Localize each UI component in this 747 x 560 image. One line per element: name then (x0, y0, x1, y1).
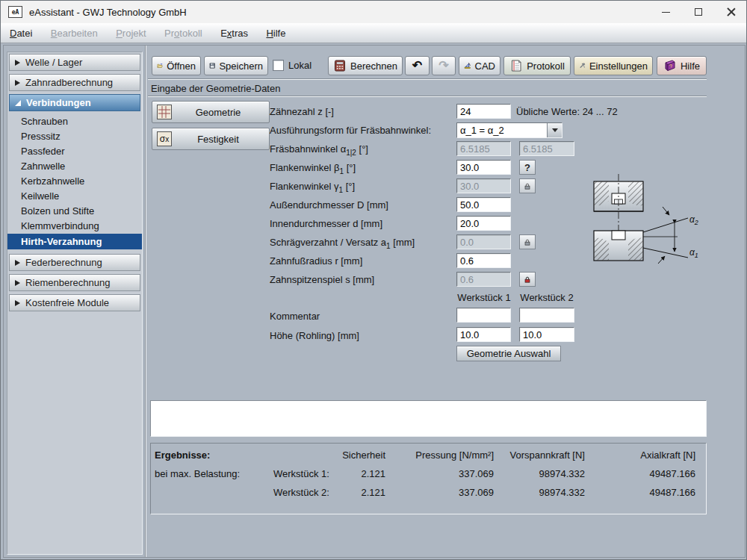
menubar: Datei Bearbeiten Projekt Protokoll Extra… (1, 23, 747, 43)
undo-button[interactable]: ↶ (405, 56, 430, 75)
label-ausfuehrungsform: Ausführungsform für Fräsbahnwinkel: (270, 125, 431, 136)
sidebar-item-keilwelle[interactable]: Keilwelle (9, 189, 140, 204)
titlebar: eA eAssistant - GWJ Technology GmbH (1, 1, 747, 23)
save-button[interactable]: Speichern (204, 56, 268, 75)
sidebar-section-label: Zahnradberechnung (25, 77, 113, 88)
zahnfussradius-input[interactable] (456, 253, 511, 268)
ausfuehrungsform-dropdown[interactable]: α_1 = α_2 (456, 122, 562, 138)
results-row-label: bei max. Belastung: (155, 468, 240, 479)
sidebar-section-zahnradberechnung[interactable]: Zahnradberechnung (9, 74, 140, 91)
settings-button-label: Einstellungen (589, 60, 648, 72)
maximize-button[interactable] (682, 1, 715, 23)
sidebar-item-passfeder[interactable]: Passfeder (9, 144, 140, 159)
sidebar: Welle / Lager Zahnradberechnung Verbindu… (7, 52, 143, 555)
flankenwinkel-help-button[interactable]: ? (519, 160, 536, 175)
dropdown-button[interactable] (547, 123, 562, 137)
innendurchmesser-input[interactable] (456, 216, 511, 231)
floppy-disk-icon (209, 59, 215, 72)
maximize-icon (695, 8, 702, 16)
sidebar-item-kerbzahnwelle[interactable]: Kerbzahnwelle (9, 174, 140, 189)
results-col-axialkraft: Axialkraft [N] (583, 449, 695, 461)
label-flankenwinkel-gamma: Flankenwinkel γ1 [°] (270, 181, 355, 194)
column-header-werkstueck1: Werkstück 1 (456, 292, 512, 303)
kommentar1-input[interactable] (456, 308, 511, 323)
geometrie-auswahl-button[interactable]: Geometrie Auswahl (456, 346, 561, 361)
help-book-icon: ? (663, 59, 677, 72)
section-title: Eingabe der Geometrie-Daten (151, 83, 280, 94)
sidebar-item-zahnwelle[interactable]: Zahnwelle (9, 159, 140, 174)
message-box (150, 400, 707, 437)
local-checkbox[interactable] (273, 60, 284, 71)
zaehnezahl-hint: Übliche Werte: 24 ... 72 (516, 106, 618, 117)
chevron-right-icon (15, 300, 20, 306)
app-logo-icon: eA (8, 6, 22, 18)
aussendurchmesser-input[interactable] (456, 197, 511, 212)
label-fraesbahnwinkel: Fräsbahnwinkel α1|2 [°] (270, 143, 368, 157)
minimize-icon (662, 12, 670, 13)
sidebar-item-bolzen-und-stifte[interactable]: Bolzen und Stifte (9, 204, 140, 219)
zahnspitzenspiel-lock-button[interactable] (519, 272, 536, 287)
sidebar-section-label: Welle / Lager (25, 57, 82, 68)
sidebar-section-riemenberechnung[interactable]: Riemenberechnung (9, 274, 140, 291)
sidebar-section-label: Riemenberechnung (25, 277, 110, 288)
flankenwinkel-gamma-lock-button[interactable] (519, 178, 536, 193)
protocol-button-label: Protokoll (527, 60, 565, 72)
protocol-button[interactable]: Protokoll (503, 56, 571, 75)
alpha1-label: α1 (689, 247, 698, 259)
settings-button[interactable]: Einstellungen (574, 56, 653, 75)
sidebar-item-klemmverbindung[interactable]: Klemmverbindung (9, 219, 140, 234)
sidebar-section-kostenfreie-module[interactable]: Kostenfreie Module (9, 294, 140, 311)
minimize-button[interactable] (649, 1, 682, 23)
festigkeit-view-button[interactable]: σx Festigkeit (152, 128, 270, 150)
tools-icon (579, 59, 586, 72)
hoehe2-input[interactable] (519, 327, 574, 342)
results-row1-pressung: 337.069 (389, 468, 494, 479)
close-icon (727, 7, 736, 16)
flankenwinkel-gamma-input (456, 178, 511, 193)
label-zaehnezahl: Zähnezahl z [-] (270, 106, 334, 117)
section-separator (148, 96, 707, 97)
column-header-werkstueck2: Werkstück 2 (519, 292, 574, 303)
menu-datei[interactable]: Datei (2, 23, 40, 43)
sidebar-separator (145, 46, 146, 557)
help-button[interactable]: ? Hilfe (657, 56, 707, 75)
open-button-label: Öffnen (167, 60, 196, 72)
hoehe1-input[interactable] (456, 327, 511, 342)
zaehnezahl-input[interactable] (456, 104, 511, 119)
menu-hilfe[interactable]: Hilfe (258, 23, 293, 43)
document-icon (509, 59, 523, 72)
window-title: eAssistant - GWJ Technology GmbH (29, 7, 187, 18)
sidebar-section-verbindungen[interactable]: Verbindungen (9, 94, 140, 111)
results-col-pressung: Pressung [N/mm²] (389, 449, 494, 461)
menu-extras[interactable]: Extras (213, 23, 255, 43)
chevron-right-icon (15, 60, 20, 66)
close-button[interactable] (715, 1, 747, 23)
geometrie-view-button[interactable]: Geometrie (152, 101, 270, 123)
sidebar-section-welle-lager[interactable]: Welle / Lager (9, 54, 140, 71)
schraegverzahnt-lock-button[interactable] (519, 234, 536, 249)
chevron-down-icon (552, 128, 558, 132)
calculate-button[interactable]: Berechnen (328, 56, 403, 75)
label-zahnfussradius: Zahnfußradius r [mm] (270, 255, 362, 267)
open-button[interactable]: Öffnen (152, 56, 201, 75)
results-title: Ergebnisse: (155, 449, 210, 461)
label-zahnspitzenspiel: Zahnspitzenspiel s [mm] (270, 274, 374, 285)
label-innendurchmesser: Innendurchmesser d [mm] (270, 218, 382, 229)
grid-icon (157, 105, 172, 119)
chevron-right-icon (15, 280, 20, 286)
sidebar-section-federberechnung[interactable]: Federberechnung (9, 254, 140, 271)
calculator-icon (333, 59, 347, 72)
sidebar-item-hirth-verzahnung[interactable]: Hirth-Verzahnung (7, 234, 142, 249)
sidebar-item-presssitz[interactable]: Presssitz (9, 129, 140, 144)
cad-button[interactable]: CAD (459, 56, 500, 75)
sidebar-section-label: Kostenfreie Module (25, 297, 109, 308)
fraesbahnwinkel1-input (456, 141, 511, 156)
zahnspitzenspiel-input (456, 272, 511, 287)
results-row2-axialkraft: 49487.166 (583, 487, 695, 498)
label-flankenwinkel-beta: Flankenwinkel β1 [°] (270, 162, 356, 175)
open-folder-icon (157, 59, 163, 72)
sidebar-item-schrauben[interactable]: Schrauben (9, 114, 140, 129)
schraegverzahnt-input (456, 234, 511, 249)
kommentar2-input[interactable] (519, 308, 574, 323)
flankenwinkel-beta-input[interactable] (456, 160, 511, 175)
